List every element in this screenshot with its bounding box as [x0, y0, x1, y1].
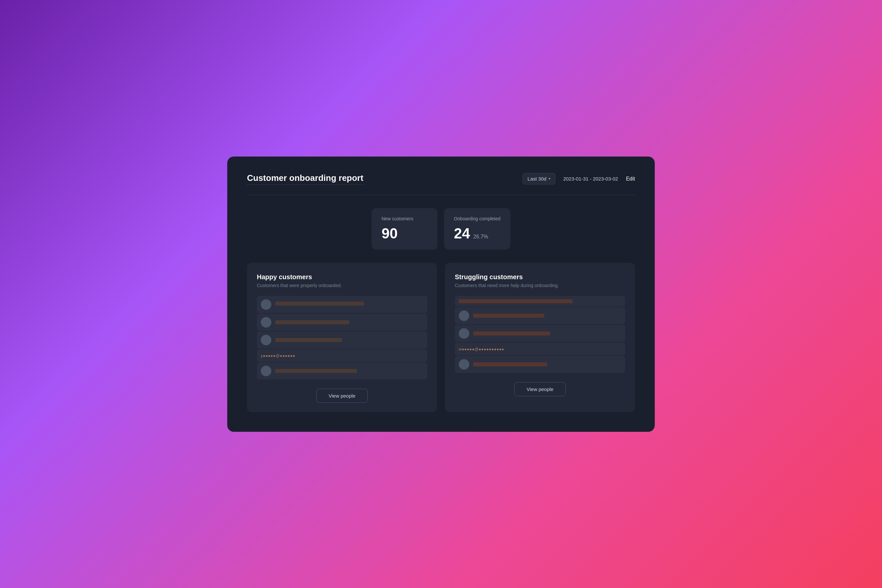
redacted-name [275, 338, 342, 342]
avatar [261, 299, 271, 310]
happy-customers-title: Happy customers [257, 273, 427, 281]
list-item [455, 356, 625, 373]
list-item: y●●●●●@●●●●●● [257, 349, 427, 362]
list-item: w●●●●●@●●●●●●●●●● [455, 343, 625, 355]
new-customers-value: 90 [381, 225, 428, 242]
edit-button[interactable]: Edit [626, 176, 635, 182]
happy-customers-subtitle: Customers that were properly onboarded. [257, 283, 427, 288]
date-range-label: Last 30d [528, 176, 547, 182]
date-range-dropdown[interactable]: Last 30d ▾ [522, 173, 555, 184]
page-title: Customer onboarding report [247, 173, 363, 185]
onboarding-completed-label: Onboarding completed [454, 216, 501, 221]
avatar [261, 335, 271, 345]
onboarding-completed-sub: 26.7% [473, 234, 488, 240]
onboarding-completed-value: 24 26.7% [454, 225, 501, 242]
new-customers-card: New customers 90 [372, 208, 437, 250]
struggling-customers-subtitle: Customers that need more help during onb… [455, 283, 625, 288]
redacted-name [473, 362, 547, 366]
avatar [459, 310, 469, 321]
struggling-view-people-button[interactable]: View people [514, 382, 565, 396]
list-item [455, 307, 625, 324]
happy-customers-list: y●●●●●@●●●●●● [257, 296, 427, 380]
page-header: Customer onboarding report Last 30d ▾ 20… [247, 173, 635, 185]
redacted-name [473, 314, 544, 318]
avatar [459, 328, 469, 339]
list-item [455, 296, 625, 306]
chevron-down-icon: ▾ [549, 177, 550, 181]
redacted-name [275, 302, 364, 306]
redacted-name [473, 332, 550, 335]
avatar [261, 366, 271, 376]
list-item [257, 332, 427, 349]
list-item [455, 325, 625, 342]
redacted-email: y●●●●●@●●●●●● [261, 354, 295, 358]
list-item [257, 314, 427, 331]
redacted-email: w●●●●●@●●●●●●●●●● [459, 347, 504, 351]
avatar [459, 359, 469, 370]
list-item [257, 362, 427, 380]
list-item [257, 296, 427, 313]
struggling-customers-card: Struggling customers Customers that need… [445, 263, 635, 412]
header-controls: Last 30d ▾ 2023-01-31 - 2023-03-02 Edit [522, 173, 635, 184]
onboarding-completed-card: Onboarding completed 24 26.7% [444, 208, 510, 250]
date-range-value: 2023-01-31 - 2023-03-02 [563, 176, 618, 182]
new-customers-label: New customers [381, 216, 428, 221]
struggling-customers-title: Struggling customers [455, 273, 625, 281]
avatar [261, 317, 271, 327]
metrics-section: New customers 90 Onboarding completed 24… [247, 208, 635, 250]
redacted-name [275, 369, 357, 373]
header-divider [247, 195, 635, 195]
happy-view-people-button[interactable]: View people [316, 389, 368, 403]
happy-customers-card: Happy customers Customers that were prop… [247, 263, 437, 412]
redacted-name [459, 299, 573, 303]
redacted-name [275, 320, 349, 324]
main-window: Customer onboarding report Last 30d ▾ 20… [227, 156, 655, 432]
struggling-customers-list: w●●●●●@●●●●●●●●●● [455, 296, 625, 373]
customer-cards-row: Happy customers Customers that were prop… [247, 263, 635, 412]
